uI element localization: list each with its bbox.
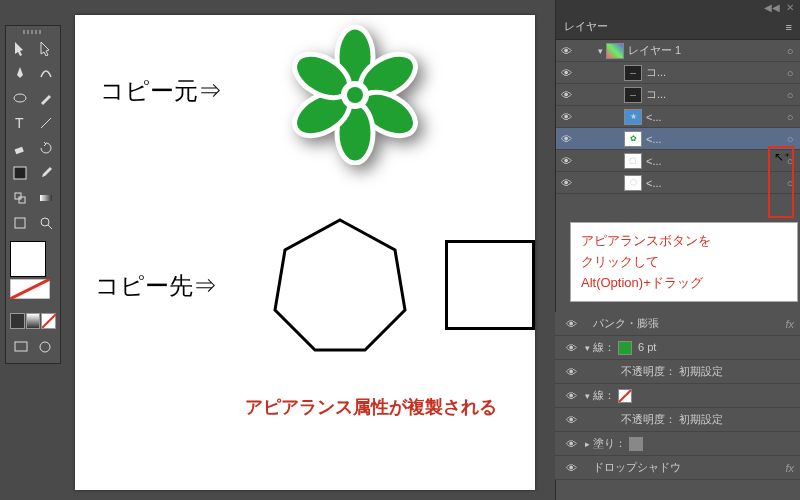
appearance-row[interactable]: 👁不透明度： 初期設定 (555, 408, 800, 432)
appearance-row[interactable]: 👁不透明度： 初期設定 (555, 360, 800, 384)
type-tool[interactable]: T (8, 111, 33, 135)
visibility-toggle[interactable]: 👁 (556, 89, 576, 101)
flower-shape[interactable] (285, 25, 425, 169)
svg-point-0 (14, 94, 26, 102)
disclosure-icon[interactable]: ▾ (581, 343, 593, 353)
heptagon-shape[interactable] (265, 210, 415, 364)
color-mode-btn[interactable] (10, 313, 25, 329)
collapse-icon[interactable]: ◀◀ (764, 2, 780, 13)
selection-tool[interactable] (8, 36, 33, 60)
visibility-toggle[interactable]: 👁 (561, 438, 581, 450)
paintbrush-tool[interactable] (34, 86, 59, 110)
zoom-tool[interactable] (34, 211, 59, 235)
toolbox-grip[interactable] (8, 28, 58, 36)
artboard-tool[interactable] (8, 211, 33, 235)
visibility-toggle[interactable]: 👁 (556, 67, 576, 79)
target-icon[interactable]: ○ (780, 67, 800, 79)
visibility-toggle[interactable]: 👁 (561, 462, 581, 474)
disclosure-icon[interactable]: ▾ (581, 391, 593, 401)
visibility-toggle[interactable]: 👁 (561, 414, 581, 426)
appearance-label: パンク・膨張 (593, 316, 785, 331)
layers-list: 👁▾レイヤー 1○👁---コ...○👁---コ...○👁★<...○👁✿<...… (556, 40, 800, 194)
none-mode-btn[interactable] (41, 313, 56, 329)
appearance-row[interactable]: 👁▾線： (555, 384, 800, 408)
svg-point-9 (41, 218, 49, 226)
appearance-row[interactable]: 👁ドロップシャドウfx (555, 456, 800, 480)
layer-name: レイヤー 1 (628, 43, 780, 58)
square-shape[interactable] (445, 240, 535, 330)
panel-menu-icon[interactable]: ≡ (786, 21, 792, 33)
svg-rect-5 (15, 193, 21, 199)
visibility-toggle[interactable]: 👁 (561, 318, 581, 330)
layers-panel-header[interactable]: レイヤー ≡ (556, 14, 800, 40)
svg-rect-14 (15, 342, 27, 351)
note-text: アピアランス属性が複製される (245, 395, 497, 419)
appearance-row[interactable]: 👁▸塗り： (555, 432, 800, 456)
svg-rect-3 (15, 147, 24, 154)
tool-grid: T (8, 36, 58, 235)
layer-row[interactable]: 👁★<...○ (556, 106, 800, 128)
curvature-tool[interactable] (34, 61, 59, 85)
appearance-panel: 👁パンク・膨張fx👁▾線： 6 pt👁不透明度： 初期設定👁▾線：👁不透明度： … (555, 312, 800, 480)
layer-row[interactable]: 👁---コ...○ (556, 62, 800, 84)
svg-point-23 (347, 87, 363, 103)
svg-rect-7 (40, 195, 52, 201)
svg-rect-4 (14, 167, 26, 179)
appearance-label: 線： 6 pt (593, 340, 794, 355)
disclosure-icon[interactable]: ▸ (581, 439, 593, 449)
layer-row[interactable]: 👁▾レイヤー 1○ (556, 40, 800, 62)
gradient-mode-btn[interactable] (26, 313, 41, 329)
layer-row[interactable]: 👁▢<...○ (556, 150, 800, 172)
layer-row[interactable]: 👁⬡<...○ (556, 172, 800, 194)
eraser-tool[interactable] (8, 136, 33, 160)
svg-rect-6 (19, 197, 25, 203)
visibility-toggle[interactable]: 👁 (556, 111, 576, 123)
layer-name: コ... (646, 87, 780, 102)
layer-name: <... (646, 155, 780, 167)
svg-line-10 (48, 225, 52, 229)
svg-marker-24 (275, 220, 405, 350)
visibility-toggle[interactable]: 👁 (556, 177, 576, 189)
visibility-toggle[interactable]: 👁 (556, 155, 576, 167)
appearance-label: 線： (593, 388, 794, 403)
fx-icon[interactable]: fx (785, 462, 794, 474)
svg-line-13 (42, 314, 56, 328)
appearance-row[interactable]: 👁パンク・膨張fx (555, 312, 800, 336)
callout-line-3: Alt(Option)+ドラッグ (581, 273, 787, 294)
svg-point-15 (40, 342, 50, 352)
target-icon[interactable]: ○ (780, 133, 800, 145)
direct-selection-tool[interactable] (34, 36, 59, 60)
visibility-toggle[interactable]: 👁 (556, 133, 576, 145)
target-icon[interactable]: ○ (780, 111, 800, 123)
toolbox: T (5, 25, 61, 364)
fx-icon[interactable]: fx (785, 318, 794, 330)
layer-row[interactable]: 👁✿<...○ (556, 128, 800, 150)
appearance-label: 不透明度： 初期設定 (621, 364, 794, 379)
gradient-tool[interactable] (34, 186, 59, 210)
close-icon[interactable]: ✕ (786, 2, 794, 13)
visibility-toggle[interactable]: 👁 (561, 366, 581, 378)
pen-tool[interactable] (8, 61, 33, 85)
scale-tool[interactable] (8, 186, 33, 210)
svg-rect-8 (15, 218, 25, 228)
disclosure-icon[interactable]: ▾ (594, 46, 606, 56)
svg-line-2 (41, 118, 51, 128)
eyedropper-tool[interactable] (34, 161, 59, 185)
visibility-toggle[interactable]: 👁 (556, 45, 576, 57)
ellipse-tool[interactable] (8, 86, 33, 110)
layer-row[interactable]: 👁---コ...○ (556, 84, 800, 106)
visibility-toggle[interactable]: 👁 (561, 342, 581, 354)
screen-mode-btn[interactable] (10, 335, 33, 359)
draw-mode-btn[interactable] (34, 335, 57, 359)
target-icon[interactable]: ○ (780, 89, 800, 101)
fill-stroke-swatches[interactable] (8, 239, 58, 361)
appearance-row[interactable]: 👁▾線： 6 pt (555, 336, 800, 360)
target-icon[interactable]: ○ (780, 45, 800, 57)
rotate-tool[interactable] (34, 136, 59, 160)
fill-swatch-tool[interactable] (8, 161, 33, 185)
fill-swatch[interactable] (10, 241, 46, 277)
artboard[interactable]: コピー元⇒ コピー先⇒ アピアランス属性が複製される (75, 15, 535, 490)
appearance-label: ドロップシャドウ (593, 460, 785, 475)
visibility-toggle[interactable]: 👁 (561, 390, 581, 402)
line-tool[interactable] (34, 111, 59, 135)
